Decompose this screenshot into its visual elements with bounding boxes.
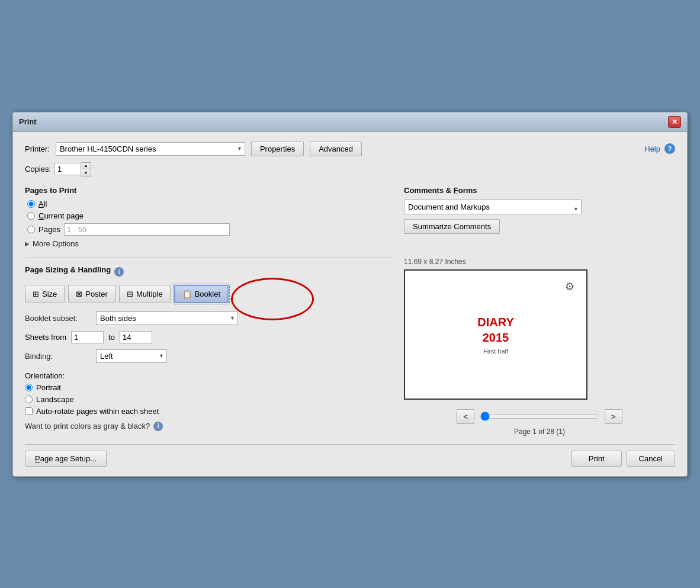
comments-select[interactable]: Document and Markups Document Form Field… (404, 200, 582, 214)
pages-section: Pages to Print All Current page (25, 186, 392, 248)
current-page-radio-row: Current page (27, 211, 392, 220)
binding-select-wrapper[interactable]: Left Right Top (96, 349, 167, 363)
copies-row: Copies: ▲ ▼ (25, 162, 675, 176)
sheets-label: Sheets from (25, 333, 66, 342)
prev-page-button[interactable]: < (457, 409, 474, 424)
copies-spinner[interactable]: ▲ ▼ (81, 162, 91, 176)
copies-input-wrapper[interactable]: ▲ ▼ (54, 162, 91, 176)
preview-diary-title: DIARY 2015 (477, 314, 513, 345)
preview-section: 11.69 x 8.27 Inches ⚙ DIARY 2015 First h… (404, 258, 675, 400)
footer-right: Print Cancel (571, 451, 675, 467)
left-panel: Pages to Print All Current page (25, 186, 392, 436)
orientation-section: Orientation: Portrait Landscape (25, 371, 392, 416)
comments-section: Comments & Forms Document and Markups Do… (404, 186, 675, 234)
portrait-row: Portrait (25, 383, 392, 392)
sheets-to-input[interactable] (120, 331, 152, 343)
multiple-label: Multiple (136, 290, 163, 298)
pages-section-title: Pages to Print (25, 186, 392, 195)
summarize-comments-button[interactable]: Summarize Comments (404, 219, 500, 234)
booklet-button[interactable]: 📋 Booklet (174, 285, 229, 303)
size-button[interactable]: ⊞ Size (25, 285, 65, 303)
help-circle-icon: ? (664, 143, 675, 154)
footer-row: Page Page Setup...age Setup... Print Can… (25, 444, 675, 467)
sheets-from-input[interactable] (71, 331, 104, 343)
preview-gear-icon: ⚙ (565, 280, 574, 293)
autorotate-label: Auto-rotate pages within each sheet (36, 407, 159, 416)
binding-row: Binding: Left Right Top (25, 349, 392, 363)
copies-up-button[interactable]: ▲ (81, 163, 91, 169)
page-info: Page 1 of 28 (1) (514, 428, 565, 436)
all-radio-row: All (27, 200, 392, 208)
orientation-title: Orientation: (25, 371, 392, 380)
pages-input[interactable] (64, 223, 230, 236)
poster-button[interactable]: ⊠ Poster (68, 285, 115, 303)
autorotate-checkbox[interactable] (25, 407, 33, 415)
sizing-title: Page Sizing & Handling (25, 265, 111, 274)
close-button[interactable]: ✕ (668, 116, 681, 128)
preview-diary-subtitle: First half (483, 348, 508, 355)
page-setup-button[interactable]: Page Page Setup...age Setup... (25, 451, 107, 467)
sizing-buttons-group: ⊞ Size ⊠ Poster ⊟ Multiple (25, 285, 392, 303)
current-page-radio[interactable] (27, 212, 35, 220)
binding-select[interactable]: Left Right Top (96, 349, 167, 363)
comments-select-wrapper[interactable]: Document and Markups Document Form Field… (404, 200, 582, 219)
more-options-triangle: ▶ (25, 240, 30, 247)
preview-box: ⚙ DIARY 2015 First half (404, 269, 587, 400)
subset-select[interactable]: Both sides Front side only Back side onl… (96, 311, 238, 325)
printer-select-wrapper[interactable]: Brother HL-4150CDN series (56, 142, 245, 156)
portrait-radio[interactable] (25, 384, 33, 391)
pages-radio[interactable] (27, 226, 35, 233)
comments-title: Comments & Forms (404, 186, 675, 195)
page-slider[interactable] (480, 412, 599, 421)
landscape-radio[interactable] (25, 396, 33, 403)
autorotate-row: Auto-rotate pages within each sheet (25, 407, 392, 416)
printer-label: Printer: (25, 144, 50, 153)
portrait-label: Portrait (36, 383, 61, 392)
advanced-button[interactable]: Advanced (310, 142, 362, 156)
dialog-title: Print (19, 117, 37, 126)
multiple-icon: ⊟ (127, 290, 133, 298)
sheets-row: Sheets from to (25, 331, 392, 343)
help-link[interactable]: Help (644, 144, 660, 153)
more-options-row[interactable]: ▶ More Options (25, 239, 392, 248)
gray-question-label: Want to print colors as gray & black? (25, 422, 150, 430)
poster-icon: ⊠ (76, 290, 82, 298)
current-page-label: Current page (38, 211, 84, 220)
landscape-row: Landscape (25, 395, 392, 404)
size-icon: ⊞ (33, 290, 39, 298)
main-content: Pages to Print All Current page (25, 186, 675, 436)
subset-select-wrapper[interactable]: Both sides Front side only Back side onl… (96, 311, 238, 325)
print-button[interactable]: Print (571, 451, 622, 467)
pages-radio-row: Pages (27, 223, 392, 236)
size-label: Size (42, 290, 57, 298)
next-page-button[interactable]: > (605, 409, 622, 424)
copies-input[interactable] (54, 163, 81, 175)
binding-label: Binding: (25, 352, 90, 361)
sizing-section: Page Sizing & Handling i ⊞ Size ⊠ Poster (25, 265, 392, 431)
booklet-subset-row: Booklet subset: Both sides Front side on… (25, 311, 392, 325)
all-radio[interactable] (27, 200, 35, 208)
poster-label: Poster (85, 290, 108, 298)
copies-label: Copies: (25, 165, 51, 173)
booklet-label: Booklet (195, 290, 220, 298)
copies-down-button[interactable]: ▼ (81, 169, 91, 176)
subset-label: Booklet subset: (25, 314, 90, 323)
landscape-label: Landscape (36, 395, 74, 404)
multiple-button[interactable]: ⊟ Multiple (119, 285, 171, 303)
printer-select[interactable]: Brother HL-4150CDN series (56, 142, 245, 156)
right-panel: Comments & Forms Document and Markups Do… (404, 186, 675, 436)
sheets-to-label: to (108, 333, 115, 342)
sizing-info-icon: i (114, 267, 124, 277)
print-dialog: Print ✕ Printer: Brother HL-4150CDN seri… (12, 112, 688, 477)
cancel-button[interactable]: Cancel (627, 451, 675, 467)
all-label: All (38, 200, 47, 208)
booklet-icon: 📋 (182, 290, 192, 298)
pages-label: Pages (38, 225, 60, 234)
preview-dimensions: 11.69 x 8.27 Inches (404, 258, 675, 266)
gray-info-icon: i (153, 422, 163, 431)
gray-question-row: Want to print colors as gray & black? i (25, 422, 392, 431)
title-bar: Print ✕ (13, 113, 687, 132)
sizing-header: Page Sizing & Handling i (25, 265, 392, 279)
properties-button[interactable]: Properties (251, 142, 304, 156)
more-options-label: More Options (33, 239, 79, 248)
